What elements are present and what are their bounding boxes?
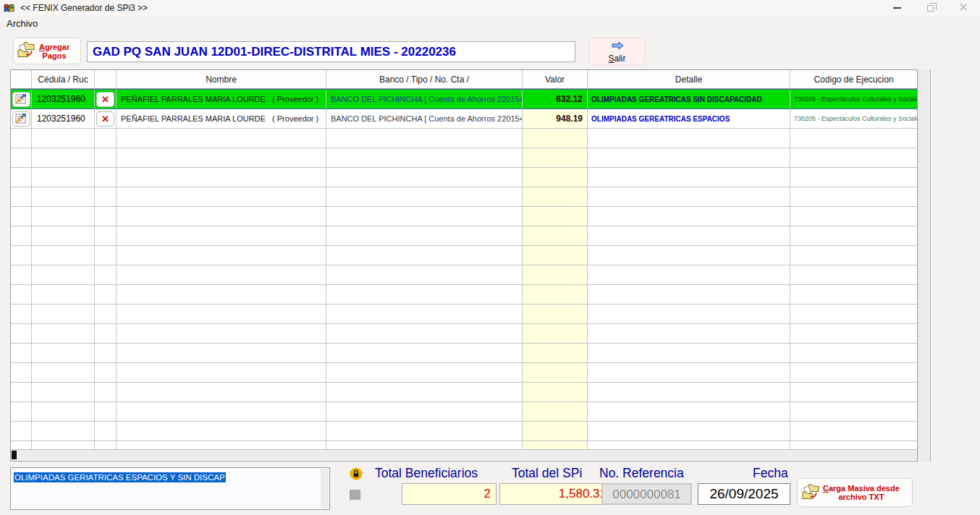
cell-nombre [117,363,326,382]
cell-iconcol [11,246,32,265]
cell-banco [326,265,523,284]
cell-iconcol [11,187,32,206]
cell-valor [523,207,588,226]
cell-cedula [32,187,95,206]
cell-banco [326,324,523,343]
edit-row-button[interactable] [12,92,30,107]
edit-row-button[interactable] [12,111,30,127]
cell-detalle [588,324,790,343]
cell-valor [523,148,588,167]
table-row[interactable]: 1203251960PEÑAFIEL PARRALES MARIA LOURDE… [11,89,917,109]
cell-xcol [95,441,117,449]
cell-xcol [95,305,117,323]
cell-valor [523,246,588,265]
grid-vertical-scrollbar[interactable] [918,69,931,461]
cell-nombre [117,285,326,304]
cell-cedula: 1203251960 [32,109,95,128]
cell-nombre [117,265,326,284]
cell-xcol [95,90,117,108]
cell-xcol [95,187,117,206]
cell-iconcol [11,109,32,128]
delete-row-button[interactable] [96,111,114,127]
cell-xcol [95,324,117,343]
cell-codigo [790,344,917,362]
cell-detalle [588,265,790,284]
cell-nombre [117,441,326,449]
cell-iconcol [11,285,32,304]
cell-cedula [32,129,95,148]
cell-nombre [117,226,326,245]
cell-cedula [32,324,95,343]
cell-iconcol [11,324,32,343]
table-row[interactable]: 1203251960PEÑAFIEL PARRALES MARIA LOURDE… [11,109,917,129]
cell-codigo [790,363,917,382]
cell-valor [523,441,588,449]
cell-iconcol [11,363,32,382]
empty-table-row [11,305,917,324]
app-window-icon [4,3,15,14]
restore-icon [927,5,934,12]
cell-detalle [588,285,790,304]
cell-valor [523,129,588,148]
menu-bar: Archivo [0,16,980,32]
cell-xcol [95,383,117,401]
agregar-pagos-button[interactable]: Agregar Pagos [13,38,81,64]
empty-table-row [11,129,917,148]
cell-detalle [588,187,790,206]
cell-codigo [790,226,917,245]
minimize-button[interactable] [880,0,913,16]
cell-detalle [588,383,790,401]
carga-masiva-button[interactable]: Carga Masiva desde archivo TXT [797,478,913,507]
cell-nombre [117,129,326,148]
cell-cedula [32,246,95,265]
cell-nombre [117,187,326,206]
textarea-scrollbar[interactable] [321,469,329,508]
cell-xcol [95,168,117,187]
cell-codigo: 730205 - Espectáculos Culturales y Socia… [790,90,917,108]
spi-title-input[interactable]: GAD PQ SAN JUAN 12D01-DIREC-DISTRITAL MI… [87,41,575,62]
delete-row-button[interactable] [96,92,114,107]
close-button[interactable]: ✕ [947,0,980,16]
folders-arrow-icon [801,482,821,503]
cell-codigo [790,305,917,323]
empty-table-row [11,246,917,265]
cell-detalle [588,129,790,148]
edit-row-icon [15,114,27,124]
cell-iconcol [11,402,32,421]
menu-archivo[interactable]: Archivo [0,16,44,29]
fecha-input[interactable]: 26/09/2025 [698,483,790,505]
scrollbar-thumb[interactable] [12,451,17,459]
cell-codigo [790,207,917,226]
fecha-label: Fecha [753,466,788,481]
cell-xcol [95,129,117,148]
grid-horizontal-scrollbar[interactable] [11,449,917,460]
folders-arrow-icon [17,41,36,59]
folders-arrow-icon [17,41,36,61]
cell-cedula [32,402,95,421]
referencia-value: 0000000081 [601,483,692,505]
edit-row-icon [15,94,27,104]
cell-xcol [95,363,117,382]
restore-button[interactable] [913,0,947,16]
cell-codigo [790,441,917,449]
empty-table-row [11,344,917,363]
cell-nombre [117,402,326,421]
blue-right-arrow-icon [610,41,625,51]
cell-valor [523,226,588,245]
cell-banco: BANCO DEL PICHINCHA [ Cuenta de Ahorros … [326,90,523,108]
cell-nombre [117,383,326,401]
detalle-textarea[interactable]: OLIMPIADAS GERIATRICAS ESPACIOS Y SIN DI… [10,467,330,510]
cell-xcol [95,285,117,304]
cell-detalle [588,168,790,187]
salir-button[interactable]: Salir [589,38,645,65]
cell-cedula: 1203251960 [32,90,95,108]
cell-codigo [790,187,917,206]
cell-valor: 948.19 [523,109,588,128]
cell-iconcol [11,226,32,245]
cell-cedula [32,207,95,226]
status-square [348,488,362,501]
column-header-xcol [95,70,117,88]
cell-xcol [95,422,117,440]
empty-table-row [11,168,917,187]
cell-banco [326,441,523,449]
